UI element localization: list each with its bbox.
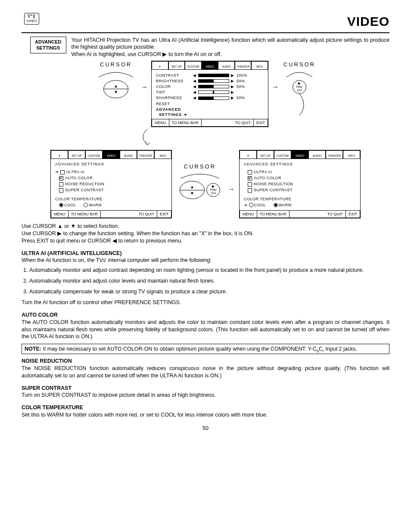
instructions: Use CURSOR ▲ or ▼ to select function. Us… xyxy=(22,223,389,245)
ultra-ai-list: Automatically monitor and adjust contras… xyxy=(29,267,389,296)
page-number: 50 xyxy=(22,425,389,432)
cursor-fav-group: CURSOR ▶FAVCH xyxy=(282,61,317,117)
tab-setup[interactable]: SET UP xyxy=(168,61,185,70)
auto-color-text: The AUTO COLOR function automatically mo… xyxy=(22,319,389,341)
divider xyxy=(22,32,389,33)
ultra-ai-item[interactable]: ULTRA AI xyxy=(244,169,356,174)
cursor-pad-updown[interactable]: ▲▼ xyxy=(180,181,205,199)
cursor-label: CURSOR xyxy=(282,61,317,68)
list-item: Automatically monitor and adjust color l… xyxy=(29,277,389,285)
tab-audio[interactable]: AUDIO xyxy=(218,61,235,70)
page-title: VIDEO xyxy=(347,13,389,31)
super-contrast-item[interactable]: SUPER CONTRAST xyxy=(55,187,167,193)
tab-video[interactable]: VIDEO xyxy=(202,61,218,70)
diagram-top: CURSOR ▲▼ → ✦ SET UP CUSTOM VIDEO AUDIO … xyxy=(22,61,389,218)
cursor-pad-updown[interactable]: ▲▼ xyxy=(103,80,128,98)
arrow-right-icon: → xyxy=(141,82,148,92)
reset-row[interactable]: RESET xyxy=(156,101,264,106)
advanced-settings-box: ADVANCED SETTINGS xyxy=(30,37,66,54)
auto-color-item[interactable]: AUTO COLOR xyxy=(55,175,167,180)
color-temp-options[interactable]: COOL WARM xyxy=(55,202,167,208)
cursor-up-down-group: CURSOR ▲▼ xyxy=(94,61,137,98)
arrow-down-icon xyxy=(0,129,389,148)
auto-color-item[interactable]: AUTO COLOR xyxy=(244,175,356,180)
super-heading: SUPER CONTRAST xyxy=(22,385,389,392)
noise-reduction-item[interactable]: NOISE REDUCTION xyxy=(244,181,356,187)
auto-color-heading: AUTO COLOR xyxy=(22,311,389,319)
ct-heading: COLOR TEMPERATURE xyxy=(22,404,389,411)
color-row[interactable]: COLOR◀▶50% xyxy=(156,84,264,89)
list-item: Automatically compensate for weak or str… xyxy=(29,288,389,296)
adv-menu-left: ✦SET UPCUSTOMVIDEOAUDIOTHEATERINFO ADVAN… xyxy=(50,150,172,218)
fav-ch-button[interactable]: ▶FAVCH xyxy=(293,80,306,94)
tab-info[interactable]: INFO xyxy=(251,61,268,70)
list-item: Automatically monitor and adjust contras… xyxy=(29,267,389,274)
sharpness-row[interactable]: SHARPNESS◀▶50% xyxy=(156,95,264,100)
tab-theater[interactable]: THEATER xyxy=(235,61,252,70)
noise-text: The NOISE REDUCTION function automatical… xyxy=(22,365,389,380)
intro-row: ADVANCED SETTINGS Your HITACHI Projectio… xyxy=(22,37,389,59)
super-text: Turn on SUPER CONTRAST to improve pictur… xyxy=(22,392,389,399)
noise-heading: NOISE REDUCTION xyxy=(22,358,389,365)
noise-reduction-item[interactable]: NOISE REDUCTION xyxy=(55,181,167,187)
ultra-ai-intro: When the AI function is on, the TVs' int… xyxy=(22,257,389,264)
arrow-right-icon: → xyxy=(272,82,279,92)
color-temp-options[interactable]: ➜ COOL WARM xyxy=(244,202,356,208)
ultra-ai-outro: Turn the AI function off to control othe… xyxy=(22,299,389,306)
cursor-label: CURSOR xyxy=(94,61,137,68)
ultra-ai-item[interactable]: ➜ ULTRA AI xyxy=(55,169,167,174)
adv-menu-right: ✦SET UPCUSTOMVIDEOAUDIOTHEATERINFO ADVAN… xyxy=(239,150,361,218)
adv-settings-item[interactable]: ADVANCED SETTINGS ➜ xyxy=(156,107,264,117)
note-box: NOTE: It may be necessary to set AUTO CO… xyxy=(22,344,389,354)
header: VIDEO VIDEO xyxy=(22,13,389,31)
intro-text: Your HITACHI Projection TV has an Ultra … xyxy=(72,37,389,59)
arrow-right-icon: → xyxy=(228,184,235,194)
tab-custom[interactable]: CUSTOM xyxy=(185,61,202,70)
ultra-ai-heading: ULTRA AI (ARTIFICIAL INTELLIGENCE) xyxy=(22,250,389,257)
super-contrast-item[interactable]: SUPER CONTRAST xyxy=(244,187,356,193)
menu-footer: MENUTO MENU BARTO QUITEXIT xyxy=(152,119,268,127)
contrast-row[interactable]: CONTRAST◀▶100% xyxy=(156,73,264,78)
adv-menu-title: ADVANCED SETTINGS xyxy=(55,162,167,167)
video-icon: VIDEO xyxy=(24,13,39,25)
video-menu-panel: ✦ SET UP CUSTOM VIDEO AUDIO THEATER INFO… xyxy=(151,61,268,127)
menu-tabs: ✦ SET UP CUSTOM VIDEO AUDIO THEATER INFO xyxy=(152,61,268,70)
color-temp-label: COLOR TEMPERATURE xyxy=(55,196,167,202)
brightness-row[interactable]: BRIGHTNESS◀▶50% xyxy=(156,78,264,84)
ct-text: Set this to WARM for hotter colors with … xyxy=(22,411,389,419)
cursor-mid-group: CURSOR ▲▼ ▶FAVCH xyxy=(176,163,224,199)
tint-row[interactable]: TINT◀▶ xyxy=(156,90,264,95)
fav-ch-button[interactable]: ▶FAVCH xyxy=(206,183,220,197)
video-icon-label: VIDEO xyxy=(26,19,37,24)
